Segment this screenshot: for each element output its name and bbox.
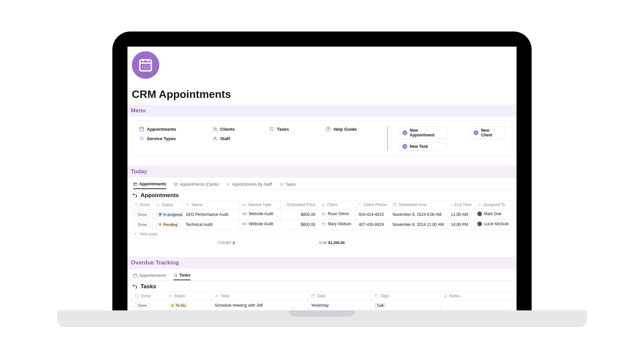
- menu-label: Tasks: [277, 127, 289, 132]
- column-header[interactable]: Tags: [372, 292, 440, 301]
- calendar-icon: [138, 57, 153, 73]
- relation-chip[interactable]: Website Audit: [242, 222, 273, 226]
- relation-icon: [242, 212, 247, 216]
- cell-name: SEO Performance Audit: [183, 209, 239, 220]
- relation-icon: [242, 222, 247, 226]
- section-header-menu: Menu: [127, 105, 517, 117]
- column-header[interactable]: Estimated Price: [281, 200, 318, 209]
- list-icon: [139, 136, 144, 141]
- done-button[interactable]: Done: [135, 303, 150, 308]
- page-title: CRM Appointments: [132, 88, 512, 101]
- svg-point-15: [145, 65, 146, 66]
- cell-price: $600.00: [283, 222, 315, 227]
- column-header[interactable]: Notes: [440, 292, 512, 301]
- column-header[interactable]: Done: [132, 200, 153, 209]
- plus-icon: +: [402, 144, 407, 149]
- cell-notes: [440, 301, 512, 310]
- tab-appointments[interactable]: Appointments: [133, 180, 166, 189]
- arrows-icon: [132, 284, 138, 290]
- text-icon: [215, 294, 219, 298]
- plus-icon: +: [402, 130, 407, 135]
- column-header[interactable]: Status: [165, 292, 212, 301]
- column-header[interactable]: Done: [132, 292, 165, 301]
- cell-date: Yesterday: [308, 301, 372, 310]
- notes-icon: [443, 294, 448, 298]
- new-page-button[interactable]: +New page: [132, 230, 512, 239]
- new-task-button[interactable]: +New Task: [399, 142, 447, 150]
- menu-appointments[interactable]: Appointments: [139, 126, 212, 132]
- calendar-icon: [311, 294, 315, 298]
- tasks-icon: [173, 273, 178, 278]
- column-header[interactable]: Name: [183, 200, 239, 209]
- menu-service-types[interactable]: Service Types: [139, 136, 212, 141]
- column-header[interactable]: Client: [318, 200, 356, 209]
- cell-phone: 407-430-8929: [356, 220, 390, 230]
- tab-appointements[interactable]: Appointements: [133, 271, 166, 280]
- tag-chip[interactable]: Call: [374, 303, 386, 308]
- table-row[interactable]: DoneIn progressSEO Performance AuditWebs…: [132, 209, 512, 220]
- laptop-frame: CRM Appointments Menu Appointments Servi…: [112, 32, 532, 310]
- section-header-today: Today: [127, 166, 517, 178]
- app-logo: [132, 51, 159, 79]
- column-header[interactable]: Service Type: [239, 200, 280, 209]
- column-header[interactable]: Client Phone: [356, 200, 390, 209]
- table-icon: [133, 182, 138, 186]
- relation-chip[interactable]: Website Audit: [242, 212, 273, 216]
- done-button[interactable]: Done: [135, 222, 150, 227]
- appointments-db-title: Appointments: [132, 192, 512, 199]
- menu-label: Appointments: [147, 127, 176, 132]
- new-appointment-button[interactable]: +New Appointment: [399, 126, 447, 139]
- table-row[interactable]: DonePendingTechnical AuditWebsite Audit$…: [132, 220, 512, 230]
- menu-clients[interactable]: Clients: [212, 126, 269, 132]
- text-icon: [185, 203, 190, 207]
- arrows-icon: [132, 192, 138, 198]
- cards-icon: [174, 182, 178, 187]
- section-header-label: Menu: [131, 107, 146, 114]
- tab-appointments-by-staff[interactable]: Appointments By Staff: [226, 180, 272, 189]
- column-header[interactable]: Assigned To: [474, 200, 512, 209]
- cell-scheduled: November 8, 2024 8:00 AM: [390, 209, 448, 220]
- menu-help-guide[interactable]: Help Guide: [326, 126, 376, 132]
- column-header[interactable]: Task: [212, 292, 308, 301]
- assigned-chip[interactable]: Lucie McGrah: [477, 222, 509, 226]
- avatar-icon: [477, 212, 482, 216]
- assigned-chip[interactable]: Mark Doe: [477, 212, 501, 216]
- person-icon: [226, 182, 230, 187]
- menu-label: Help Guide: [334, 127, 357, 132]
- client-chip[interactable]: Rose Glenn: [321, 212, 349, 216]
- clock-icon: [168, 294, 172, 298]
- people-icon: [321, 212, 326, 216]
- calendar-icon: [392, 203, 397, 207]
- avatar-icon: [477, 222, 482, 226]
- column-header[interactable]: Scheduled time: [390, 200, 448, 209]
- new-client-button[interactable]: +New Client: [471, 126, 505, 139]
- menu-tasks[interactable]: Tasks: [269, 126, 326, 132]
- people-icon: [321, 222, 326, 226]
- check-icon: [135, 294, 139, 298]
- button-label: New Client: [481, 128, 501, 137]
- people-icon: [321, 203, 325, 207]
- tab-appointments-cards-[interactable]: Appointments (Cards): [174, 180, 219, 189]
- cell-end: 14:00 PM: [448, 220, 475, 230]
- tab-tasks[interactable]: Tasks: [173, 271, 191, 280]
- svg-point-17: [149, 65, 150, 66]
- svg-point-20: [147, 67, 148, 68]
- section-header-label: Today: [131, 168, 147, 175]
- help-icon: [326, 126, 331, 132]
- clock-icon: [451, 203, 453, 207]
- svg-point-21: [149, 67, 150, 68]
- column-header[interactable]: Date: [308, 292, 372, 301]
- calendar-icon: [139, 126, 144, 132]
- menu-label: Clients: [220, 127, 235, 132]
- section-header-label: Overdue Tracking: [131, 259, 179, 266]
- tag-icon: [374, 294, 379, 298]
- client-chip[interactable]: Mary Stidson: [321, 222, 351, 226]
- done-button[interactable]: Done: [135, 212, 150, 217]
- column-header[interactable]: End Time: [448, 200, 475, 209]
- svg-point-19: [145, 67, 146, 68]
- column-header[interactable]: Status: [153, 200, 183, 209]
- section-header-overdue: Overdue Tracking: [127, 257, 517, 269]
- table-row[interactable]: DoneTo-DoSchedule meeting with JeffYeste…: [132, 301, 512, 310]
- tab-tasks[interactable]: Tasks: [279, 180, 296, 189]
- menu-staff[interactable]: Staff: [212, 136, 269, 141]
